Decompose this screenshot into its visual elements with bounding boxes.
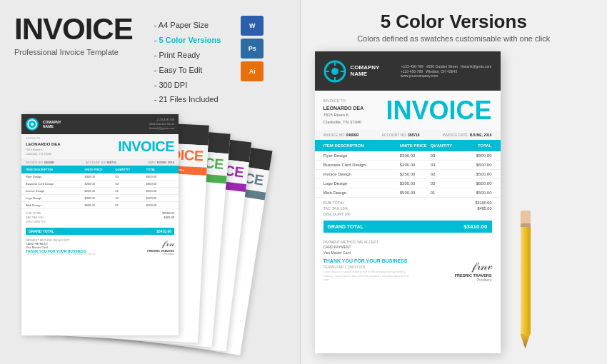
table-row: Logo Design$300.0002$600.00 [315,179,501,188]
invoice-subtitle: Professional Invoice Template [14,47,133,58]
right-heading: 5 Color Versions [381,11,527,33]
invoice-card-main: COMAPNYNAME +123-456-789#556 Garden Stre… [21,114,179,335]
sub-total-label: SUB TOTAL [323,201,345,205]
tax-row: TAC TAX 10% $405.00 [323,206,492,211]
invoice-date-block: INVOICE DATE: BJUNE, 2016 [443,133,492,137]
terms-label: TERMS AND CONDITION [323,265,455,269]
invoice-no-val: 04689R [346,133,359,137]
col-total: TOTAL [461,143,492,148]
large-hero: INVOICE TO LEONARDO DEA 7815 Risen 6. Cl… [315,91,501,130]
logo-shape [323,60,346,83]
right-panel: 5 Color Versions Colors defined as swatc… [301,0,608,364]
footer-left: PAYMENT METHOD WE ACCEPT CARD PAYMENTVis… [323,240,455,282]
word-icon: W [241,16,264,36]
large-logo: COMAPNY NAME [323,60,393,83]
header-contact: +123-456-789 #556 Garden Street thetank@… [401,64,492,78]
client-city: Clarkville, TN 37040 [323,119,364,126]
col-qty: QUANTITY [431,143,461,148]
large-footer: PAYMENT METHOD WE ACCEPT CARD PAYMENTVis… [315,237,501,285]
contact-line-1: +123-456-789 #556 Garden Street thetank@… [401,64,492,69]
features-list: A4 Paper Size 5 Color Versions Print Rea… [154,18,221,107]
grand-total-label: GRAND TOTAL [328,224,363,229]
account-no-val: 368716 [408,133,420,137]
col-item: ITEM DESCRIPTION [323,143,400,148]
left-top: INVOICE Professional Invoice Template A4… [14,14,286,107]
pencil-body [521,227,531,334]
feature-item-0: A4 Paper Size [154,18,221,33]
contact-line-2: +123-456-789 Windsor, OH 43643 www.yourc… [401,69,492,78]
file-icons: W Ps Ai [241,16,264,81]
large-totals: SUB TOTAL $3100.00 TAC TAX 10% $405.00 D… [315,198,501,219]
grand-total-val: $3410.00 [463,223,487,230]
large-table-header: ITEM DESCRIPTION UNITE PRICE QUANTITY TO… [315,140,501,151]
table-row: Flyer Design$300.0003$900.00 [315,151,501,161]
invoice-no-label: INVOICE NO: 04689R [323,133,359,137]
invoice-to-name: LEONARDO DEA [323,104,364,112]
pencil-eraser [521,211,531,223]
table-row: Web Design$500.0001$500.00 [315,188,501,198]
table-row: Invoice Design$250.0002$500.00 [315,170,501,179]
invoice-date-label: INVOICE DATE: BJUNE, 2016 [443,133,492,137]
feature-item-5: 21 Files Included [154,92,221,107]
account-no-block: ACCOUNT NO: 368716 [382,133,420,137]
footer-right: 𝒻𝓇𝓃𝓋 FREDRIC TRAVERS President [455,261,492,282]
ai-icon: Ai [241,61,264,81]
invoice-date-val: BJUNE, 2016 [470,133,492,137]
signatory-title: President [455,278,492,282]
invoice-no-block: INVOICE NO: 04689R [323,133,359,137]
invoice-previews: COMAPNYNAME INVOICE TOLEONARDO DEAINVOIC… [14,114,286,357]
discount-row: DISCOUNT 0% [323,212,492,216]
grand-total-bar: GRAND TOTAL $3410.00 [323,221,492,233]
pencil [521,211,531,353]
account-no-label: ACCOUNT NO: 368716 [382,133,420,137]
sub-total-val: $3100.00 [476,201,492,205]
pencil-tip [521,334,531,348]
company-name: COMAPNY NAME [351,65,393,78]
tax-val: $405.00 [478,206,492,211]
col-price: UNITE PRICE [400,143,431,148]
signature: 𝒻𝓇𝓃𝓋 [455,261,492,272]
svg-point-3 [331,68,338,75]
table-row: Business Card Design$200.0003$600.00 [315,161,501,170]
thank-text: THANK YOU FOR YOUR BUSINESS [323,258,455,263]
invoice-title: INVOICE [14,14,133,44]
invoice-to-block: INVOICE TO LEONARDO DEA 7815 Risen 6. Cl… [323,98,364,126]
invoice-to-label: INVOICE TO [323,98,364,104]
invoice-meta: INVOICE NO: 04689R ACCOUNT NO: 368716 IN… [315,130,501,140]
large-invoice-header: COMAPNY NAME +123-456-789 #556 Garden St… [315,51,501,91]
large-invoice-preview: COMAPNY NAME +123-456-789 #556 Garden St… [315,51,501,353]
invoice-title-block: INVOICE Professional Invoice Template [14,14,133,58]
features-icons: A4 Paper Size 5 Color Versions Print Rea… [154,18,221,107]
right-content: COMAPNY NAME +123-456-789 #556 Garden St… [315,51,593,353]
ps-icon: Ps [241,39,264,59]
sub-total-row: SUB TOTAL $3100.00 [323,201,492,205]
right-subheading: Colors defined as swatches customisable … [357,34,550,43]
large-invoice-word: INVOICE [386,98,491,123]
company-name-block: COMAPNY NAME [351,65,393,78]
terms-text: Lorem Ipsum is simply dummy text of the … [323,270,409,282]
payment-type: CARD PAYMENTVisa Master Card [323,244,455,256]
svg-point-1 [31,123,34,126]
pencil-decoration [511,51,540,353]
feature-item-4: 300 DPI [154,78,221,93]
client-address: 7815 Risen 6. [323,112,364,119]
tax-label: TAC TAX 10% [323,206,348,211]
payment-block: PAYMENT METHOD WE ACCEPT CARD PAYMENTVis… [323,240,455,258]
left-panel: INVOICE Professional Invoice Template A4… [0,0,300,364]
discount-label: DISCOUNT 0% [323,212,351,216]
feature-item-3: Easy To Edit [154,63,221,78]
feature-item-1: 5 Color Versions [154,33,221,48]
feature-item-2: Print Ready [154,48,221,63]
